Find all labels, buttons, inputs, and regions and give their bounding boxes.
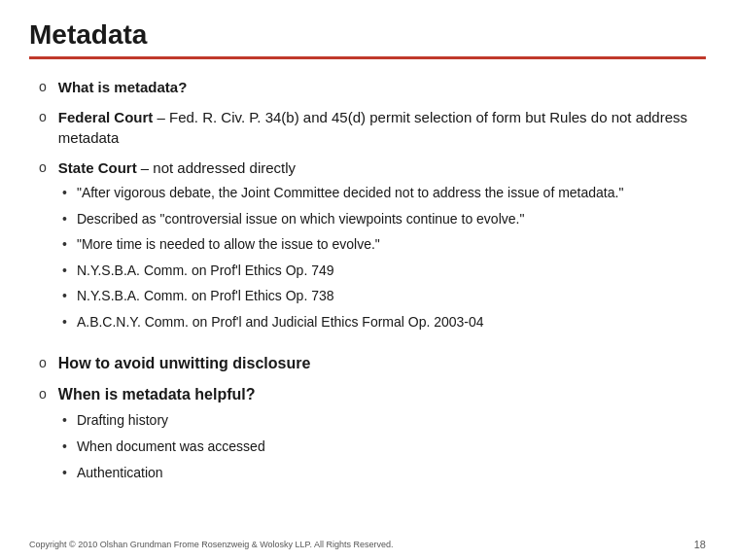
sub-dot-s5: • [62, 288, 67, 303]
sub-bullet-s1: • "After vigorous debate, the Joint Comm… [62, 184, 623, 203]
sub-bullet-s9: • Authentication [62, 464, 265, 483]
sub-text-s6: A.B.C.N.Y. Comm. on Prof'l and Judicial … [77, 313, 484, 332]
slide-title: Metadata [29, 19, 147, 50]
sub-text-s1: "After vigorous debate, the Joint Commit… [77, 184, 623, 203]
sub-text-s7: Drafting history [77, 411, 168, 431]
slide-container: Metadata o What is metadata? o Federal C… [0, 0, 735, 560]
sub-dot-s2: • [62, 211, 67, 227]
sub-bullet-s8: • When document was accessed [62, 438, 265, 457]
bullet-marker-2: o [39, 109, 47, 124]
sub-text-s4: N.Y.S.B.A. Comm. on Prof'l Ethics Op. 74… [77, 262, 334, 281]
bullet-item-1: o What is metadata? [39, 77, 706, 97]
content-area: o What is metadata? o Federal Court – Fe… [29, 77, 706, 493]
sub-dot-s9: • [62, 465, 67, 480]
bullet-item-2: o Federal Court – Fed. R. Civ. P. 34(b) … [39, 107, 706, 148]
sub-text-s8: When document was accessed [77, 438, 265, 457]
sub-bullet-s4: • N.Y.S.B.A. Comm. on Prof'l Ethics Op. … [62, 262, 623, 281]
sub-dot-s8: • [62, 438, 67, 454]
sub-bullet-s2: • Described as "controversial issue on w… [62, 210, 623, 229]
sub-dot-s6: • [62, 314, 67, 330]
sub-dot-s1: • [62, 185, 67, 200]
bullet-marker-5: o [39, 386, 47, 402]
bullet-item-3: o State Court – not addressed directly •… [39, 158, 706, 343]
sub-dot-s3: • [62, 236, 67, 252]
sub-bullet-s5: • N.Y.S.B.A. Comm. on Prof'l Ethics Op. … [62, 287, 623, 306]
sub-bullet-s6: • A.B.C.N.Y. Comm. on Prof'l and Judicia… [62, 313, 623, 332]
sub-bullet-s3: • "More time is needed to allow the issu… [62, 235, 623, 255]
sub-bullets-5: • Drafting history • When document was a… [62, 411, 265, 489]
sub-text-s9: Authentication [77, 464, 163, 483]
sub-bullet-s7: • Drafting history [62, 411, 265, 431]
bullet-text-5: When is metadata helpful? [58, 384, 256, 405]
footer-copyright: Copyright © 2010 Olshan Grundman Frome R… [29, 540, 393, 549]
sub-text-s5: N.Y.S.B.A. Comm. on Prof'l Ethics Op. 73… [77, 287, 334, 306]
footer: Copyright © 2010 Olshan Grundman Frome R… [29, 539, 706, 550]
title-bar: Metadata [29, 19, 706, 59]
sub-dot-s4: • [62, 262, 67, 278]
footer-page-number: 18 [694, 539, 706, 550]
sub-bullets-3: • "After vigorous debate, the Joint Comm… [62, 184, 623, 339]
bullet-item-4: o How to avoid unwitting disclosure [39, 353, 706, 374]
bullet-marker-4: o [39, 355, 47, 370]
bullet-text-2: Federal Court – Fed. R. Civ. P. 34(b) an… [58, 107, 706, 148]
bullet-text-4: How to avoid unwitting disclosure [58, 353, 311, 374]
sub-dot-s7: • [62, 412, 67, 428]
bullet-marker-3: o [39, 159, 47, 175]
sub-text-s3: "More time is needed to allow the issue … [77, 235, 380, 255]
bullet-text-3: State Court – not addressed directly [58, 158, 296, 178]
bullet-marker-1: o [39, 79, 47, 94]
sub-text-s2: Described as "controversial issue on whi… [77, 210, 525, 229]
bullet-item-5: o When is metadata helpful? • Drafting h… [39, 384, 706, 493]
bullet-text-1: What is metadata? [58, 77, 188, 97]
